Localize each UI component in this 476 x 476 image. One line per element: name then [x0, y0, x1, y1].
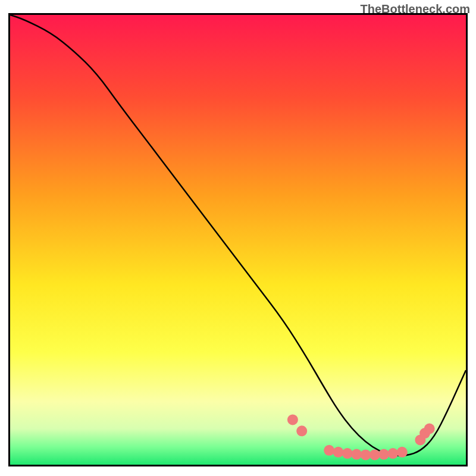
highlight-point — [424, 424, 435, 434]
highlight-point — [287, 414, 298, 425]
chart-frame — [8, 13, 468, 466]
highlight-point — [387, 448, 398, 459]
highlight-point — [324, 445, 334, 456]
attribution-label: TheBottleneck.com — [361, 2, 470, 16]
highlight-point — [369, 449, 380, 460]
highlight-point — [378, 449, 389, 460]
chart-container: TheBottleneck.com — [0, 0, 476, 476]
highlight-point — [296, 425, 307, 436]
highlight-point — [397, 447, 408, 458]
highlight-point — [333, 447, 344, 458]
chart-background — [10, 15, 466, 465]
highlight-point — [351, 449, 362, 460]
highlight-point — [342, 448, 353, 459]
chart-svg — [10, 15, 466, 465]
